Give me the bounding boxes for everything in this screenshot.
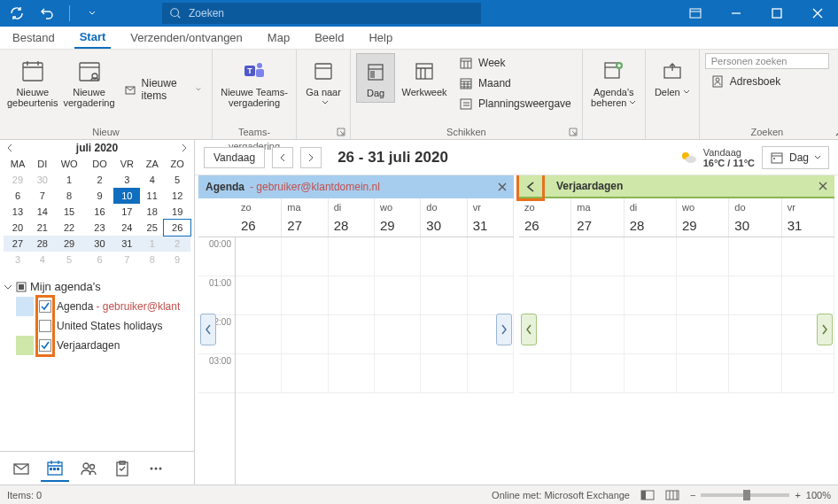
minical-day[interactable]: 28 xyxy=(32,236,53,252)
nav-calendar-icon[interactable] xyxy=(41,455,69,482)
week-view-button[interactable]: Week xyxy=(454,53,577,73)
minical-day[interactable]: 3 xyxy=(113,172,140,188)
minical-day[interactable]: 18 xyxy=(140,204,164,220)
tab-folder[interactable]: Map xyxy=(262,27,295,48)
zoom-in-icon[interactable]: + xyxy=(795,490,800,500)
close-pane-button[interactable] xyxy=(819,182,827,190)
maximize-button[interactable] xyxy=(757,0,797,27)
view-normal-icon[interactable] xyxy=(640,490,655,500)
tab-sendreceive[interactable]: Verzenden/ontvangen xyxy=(125,27,248,48)
teams-meeting-button[interactable]: T Nieuwe Teams-vergadering xyxy=(218,53,291,112)
minical-day[interactable]: 7 xyxy=(113,252,140,268)
tab-home[interactable]: Start xyxy=(74,27,112,49)
minical-day[interactable]: 8 xyxy=(140,252,164,268)
minical-day[interactable]: 31 xyxy=(113,236,140,252)
schedule-view-button[interactable]: Planningsweergave xyxy=(454,94,577,113)
mini-calendar[interactable]: MADIWODOVRZAZO29301234567891011121314151… xyxy=(0,156,194,268)
day-header-cell[interactable]: ma27 xyxy=(571,198,624,236)
search-box[interactable]: Zoeken xyxy=(162,3,481,24)
view-reading-icon[interactable] xyxy=(665,490,679,500)
minical-day[interactable]: 6 xyxy=(4,188,32,204)
prev-range-button[interactable] xyxy=(272,147,293,168)
share-button[interactable]: Delen xyxy=(651,53,694,101)
minical-day[interactable]: 1 xyxy=(53,172,86,188)
next-range-button[interactable] xyxy=(300,147,322,168)
day-header-cell[interactable]: ma27 xyxy=(282,198,328,236)
dialog-launcher-icon[interactable] xyxy=(568,127,578,137)
workweek-view-button[interactable]: Werkweek xyxy=(397,53,452,101)
calendar-list-item[interactable]: Agenda - gebruiker@klant xyxy=(4,297,190,316)
tab-view[interactable]: Beeld xyxy=(309,27,349,48)
day-header-cell[interactable]: di28 xyxy=(625,198,677,236)
my-calendars-toggle[interactable]: Mijn agenda's xyxy=(4,276,190,297)
minical-day[interactable]: 11 xyxy=(140,188,164,204)
minical-day[interactable]: 2 xyxy=(85,172,113,188)
minical-day[interactable]: 10 xyxy=(113,188,140,204)
minical-day[interactable]: 16 xyxy=(85,204,113,220)
nav-people-icon[interactable] xyxy=(74,455,103,482)
day-header-cell[interactable]: wo29 xyxy=(677,198,729,236)
minical-day[interactable]: 9 xyxy=(85,188,113,204)
minical-day[interactable]: 22 xyxy=(53,220,86,236)
ribbon-display-button[interactable] xyxy=(675,0,716,27)
day-header-cell[interactable]: vr31 xyxy=(782,198,834,236)
minical-day[interactable]: 3 xyxy=(4,252,32,268)
day-header-cell[interactable]: zo26 xyxy=(519,198,571,236)
nav-mail-icon[interactable] xyxy=(7,455,35,482)
tab-file[interactable]: Bestand xyxy=(7,27,60,48)
minical-day[interactable]: 5 xyxy=(164,172,190,188)
scroll-prev-button[interactable] xyxy=(200,314,216,345)
minical-day[interactable]: 1 xyxy=(140,236,164,252)
minical-day[interactable]: 30 xyxy=(85,236,113,252)
minical-day[interactable]: 15 xyxy=(53,204,86,220)
new-event-button[interactable]: Nieuwe gebeurtenis xyxy=(5,53,59,112)
merge-arrow-button[interactable] xyxy=(516,175,545,201)
collapse-ribbon-button[interactable] xyxy=(834,125,838,139)
addressbook-button[interactable]: Adresboek xyxy=(705,72,829,91)
day-view-button[interactable]: Dag xyxy=(356,53,395,103)
time-grid[interactable]: 00:0001:0002:0003:00 xyxy=(198,237,514,485)
minical-day[interactable]: 20 xyxy=(4,220,32,236)
dialog-launcher-icon[interactable] xyxy=(336,127,346,137)
minical-day[interactable]: 14 xyxy=(32,204,53,220)
nav-tasks-icon[interactable] xyxy=(108,455,136,482)
scroll-next-button[interactable] xyxy=(817,314,833,345)
minical-day[interactable]: 30 xyxy=(32,172,53,188)
time-grid[interactable] xyxy=(519,237,834,485)
prev-month-button[interactable] xyxy=(5,143,14,152)
zoom-control[interactable]: − + 100% xyxy=(690,490,831,500)
minical-day[interactable]: 13 xyxy=(4,204,32,220)
find-people-input[interactable]: Personen zoeken xyxy=(705,53,829,69)
calendar-list-item[interactable]: Verjaardagen xyxy=(4,336,190,355)
minical-day[interactable]: 6 xyxy=(85,252,113,268)
goto-button[interactable]: Ga naar xyxy=(302,53,345,112)
minical-day[interactable]: 4 xyxy=(140,172,164,188)
minical-day[interactable]: 9 xyxy=(164,252,190,268)
new-items-button[interactable]: Nieuwe items xyxy=(119,74,206,105)
minical-day[interactable]: 29 xyxy=(4,172,32,188)
minical-day[interactable]: 29 xyxy=(53,236,86,252)
minical-day[interactable]: 4 xyxy=(32,252,53,268)
weather[interactable]: Vandaag 16°C / 11°C xyxy=(679,147,755,168)
zoom-slider[interactable] xyxy=(701,493,789,497)
minical-day[interactable]: 23 xyxy=(85,220,113,236)
minical-day[interactable]: 5 xyxy=(53,252,86,268)
calendar-pane-tab[interactable]: Agenda - gebruiker@klantdomein.nl xyxy=(198,175,514,198)
tab-help[interactable]: Help xyxy=(363,27,398,48)
scroll-prev-button[interactable] xyxy=(521,314,537,345)
new-meeting-button[interactable]: Nieuwe vergadering xyxy=(61,53,116,112)
today-button[interactable]: Vandaag xyxy=(204,147,265,168)
minical-day[interactable]: 26 xyxy=(164,220,190,236)
scroll-next-button[interactable] xyxy=(496,314,512,345)
manage-calendars-button[interactable]: Agenda's beheren xyxy=(588,53,640,112)
minical-day[interactable]: 25 xyxy=(140,220,164,236)
zoom-out-icon[interactable]: − xyxy=(690,490,695,500)
month-view-button[interactable]: Maand xyxy=(454,74,577,93)
day-header-cell[interactable]: wo29 xyxy=(375,198,421,236)
view-selector[interactable]: Dag xyxy=(762,146,829,169)
minical-day[interactable]: 24 xyxy=(113,220,140,236)
minical-day[interactable]: 2 xyxy=(164,236,190,252)
day-header-cell[interactable]: do30 xyxy=(729,198,781,236)
minical-day[interactable]: 27 xyxy=(4,236,32,252)
day-header-cell[interactable]: zo26 xyxy=(236,198,282,236)
